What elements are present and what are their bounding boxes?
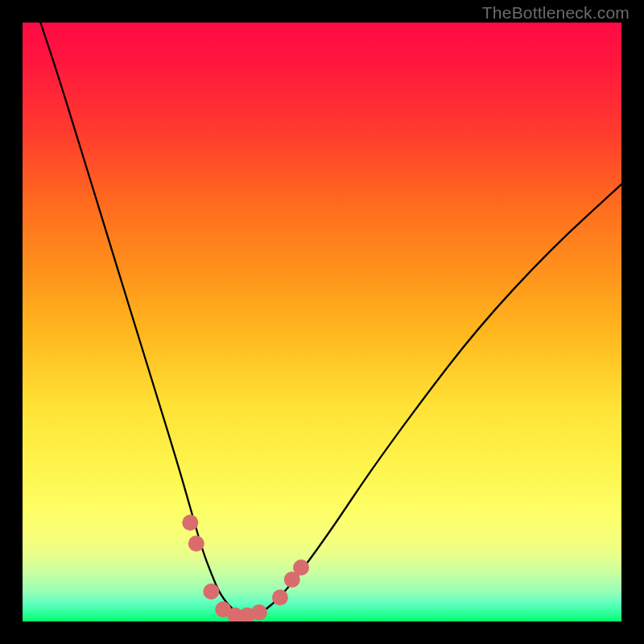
marker-group	[182, 514, 309, 621]
marker-dot	[272, 589, 288, 605]
marker-dot	[215, 601, 231, 617]
bottleneck-curve-path	[40, 23, 621, 616]
marker-dot	[188, 535, 204, 551]
marker-dot	[251, 605, 267, 621]
plot-area	[23, 23, 621, 621]
watermark-text: TheBottleneck.com	[482, 3, 630, 23]
marker-dot	[293, 559, 309, 576]
marker-dot	[239, 608, 255, 621]
marker-dot	[182, 514, 198, 530]
marker-dot	[284, 572, 300, 588]
marker-dot	[227, 608, 243, 621]
chart-container: TheBottleneck.com	[0, 0, 644, 644]
marker-dot	[203, 584, 219, 600]
curve-svg	[23, 23, 621, 621]
